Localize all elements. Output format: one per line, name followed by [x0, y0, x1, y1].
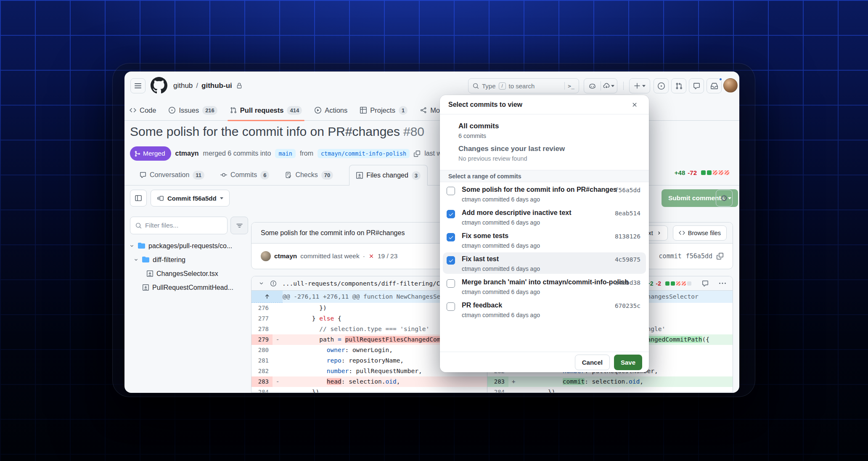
diff-line-284: 284 })	[251, 387, 487, 392]
commit-selector-dropdown[interactable]: Commit f56a5dd	[151, 190, 230, 207]
diff-marker	[273, 345, 283, 355]
tree-item-pullrequestcommithead[interactable]: PullRequestCommitHead...	[124, 281, 251, 294]
chevron-down-icon[interactable]	[133, 257, 139, 262]
pr-author[interactable]: ctmayn	[175, 150, 199, 157]
diff-marker	[273, 366, 283, 376]
chevron-right-icon	[656, 230, 662, 236]
diff-block-add	[665, 281, 670, 286]
panel-icon	[135, 194, 142, 202]
commit-row-meta: ctmayn committed 6 days ago	[462, 219, 611, 226]
dialog-title: Select commits to view	[448, 101, 522, 109]
diff-marker	[273, 303, 283, 313]
collapse-file-chevron-icon[interactable]	[258, 280, 265, 286]
option-all-commits[interactable]: All commits 6 commits	[458, 122, 499, 139]
commit-row-title: Fix some tests	[462, 232, 611, 240]
chevd-icon	[133, 257, 139, 262]
diff-block-del	[682, 281, 686, 286]
repo-tab-issues[interactable]: Issues216	[169, 106, 217, 115]
commit-row-670235c[interactable]: PR feedbackctmayn committed 6 days ago67…	[440, 298, 649, 321]
commit-row-text: Add more descriptive inactive textctmayn…	[462, 209, 611, 228]
breadcrumb-org[interactable]: github	[173, 82, 193, 90]
commit-row-4c59875[interactable]: Fix last testctmayn committed 6 days ago…	[440, 252, 649, 275]
select-commits-dialog: Select commits to view All commits 6 com…	[440, 95, 649, 372]
cancel-button[interactable]: Cancel	[575, 355, 610, 370]
diff-marker: -	[273, 334, 283, 345]
committer-name[interactable]: ctmayn	[274, 252, 297, 260]
tree-item-label: ChangesSelector.tsx	[156, 270, 218, 278]
file-comment-icon[interactable]	[702, 280, 709, 287]
repo-tab-label: Code	[140, 106, 156, 114]
file-annotation-icon[interactable]	[270, 280, 277, 287]
commit-row-meta: ctmayn committed 6 days ago	[462, 265, 611, 272]
check-icon	[448, 212, 454, 217]
diff-line-283: 283- head: selection.oid,	[251, 376, 487, 387]
commit-checkbox[interactable]	[447, 256, 455, 265]
filediff-icon	[147, 270, 153, 277]
check-icon	[448, 258, 454, 263]
commit-sha: f56a5dd	[686, 252, 712, 260]
comment-icon	[140, 172, 146, 178]
commit-row-text: Fix some testsctmayn committed 6 days ag…	[462, 232, 611, 252]
chevron-down-icon[interactable]	[129, 243, 135, 249]
github-logo-icon[interactable]	[151, 77, 167, 94]
commit-row-text: Fix last testctmayn committed 6 days ago	[462, 255, 611, 275]
commit-checkbox[interactable]	[447, 233, 455, 241]
commit-row-f56a5dd[interactable]: Some polish for the commit info on PR#ch…	[440, 182, 649, 205]
commit-checkbox[interactable]	[447, 187, 455, 195]
filter-options-button[interactable]	[230, 217, 248, 234]
hamburger-menu-button[interactable]	[130, 78, 146, 93]
diff-code: })	[519, 387, 733, 392]
file-kebab-menu-icon[interactable]	[719, 280, 726, 287]
tree-item-label: diff-filtering	[153, 256, 185, 264]
chevron-down-icon	[220, 197, 223, 201]
option-changes-since-review[interactable]: Changes since your last review No previo…	[458, 145, 565, 162]
commit-row-title: PR feedback	[462, 302, 611, 309]
save-button[interactable]: Save	[614, 355, 642, 370]
copy-sha-icon[interactable]	[717, 253, 723, 260]
tree-item-changesselector-tsx[interactable]: ChangesSelector.tsx	[124, 267, 251, 281]
tree-item-diff-filtering[interactable]: diff-filtering	[124, 253, 251, 267]
diff-marker	[508, 387, 519, 392]
commit-checkbox[interactable]	[447, 279, 455, 288]
diff-marker: +	[508, 376, 519, 387]
toggle-sidebar-button[interactable]	[130, 190, 147, 207]
breadcrumb-repo[interactable]: github-ui	[201, 82, 232, 90]
diff-line-283: 283+ commit: selection.oid,	[487, 376, 733, 387]
check-icon	[448, 235, 454, 240]
commit-checkbox[interactable]	[447, 210, 455, 218]
file-path[interactable]: ...ull-requests/components/diff-filterin…	[282, 280, 466, 287]
repo-tab-code[interactable]: Code	[130, 106, 156, 114]
file-diff-icon	[147, 270, 153, 277]
commit-row-sha: f56a5dd	[615, 187, 640, 205]
diff-line-number: 283	[487, 376, 508, 387]
select-range-section-label: Select a range of commits	[440, 170, 649, 182]
diff-block-empty	[687, 281, 691, 286]
commit-icon	[220, 172, 227, 178]
commit-checkbox[interactable]	[447, 302, 455, 311]
diff-marker: -	[273, 376, 283, 387]
checks-count[interactable]: 19 / 23	[378, 252, 397, 260]
commit-row-8138126[interactable]: Fix some testsctmayn committed 6 days ag…	[440, 228, 649, 252]
folder-icon	[142, 256, 149, 263]
filter-placeholder: Filter files...	[145, 222, 178, 229]
commit-row-sha: 670235c	[615, 302, 640, 321]
commit-row-sha: 8eab514	[615, 210, 640, 228]
filter-files-input[interactable]: Filter files...	[130, 217, 228, 234]
file-tree: packages/pull-requests/co...diff-filteri…	[124, 239, 251, 294]
close-dialog-button[interactable]	[629, 99, 640, 111]
chevd-icon	[129, 243, 135, 249]
file-diff-icon	[143, 284, 149, 291]
browse-files-button[interactable]: Browse files	[673, 225, 727, 241]
breadcrumb-separator: /	[196, 82, 198, 90]
commit-row-meta: ctmayn committed 6 days ago	[462, 242, 611, 249]
commit-row-8eab514[interactable]: Add more descriptive inactive textctmayn…	[440, 205, 649, 228]
expand-hunk-button[interactable]	[251, 291, 283, 303]
dialog-header: Select commits to view	[440, 95, 649, 114]
committer-avatar[interactable]	[261, 251, 271, 261]
checks-failed-icon[interactable]	[368, 253, 374, 259]
filter-icon	[236, 222, 243, 229]
tree-item-packages-pull-requests-co[interactable]: packages/pull-requests/co...	[124, 239, 251, 253]
diff-code: head: selection.oid,	[283, 376, 487, 387]
commit-row-a4ebd38[interactable]: Merge branch 'main' into ctmayn/commit-i…	[440, 275, 649, 298]
pr-tab-conversation[interactable]: Conversation11	[140, 165, 204, 185]
